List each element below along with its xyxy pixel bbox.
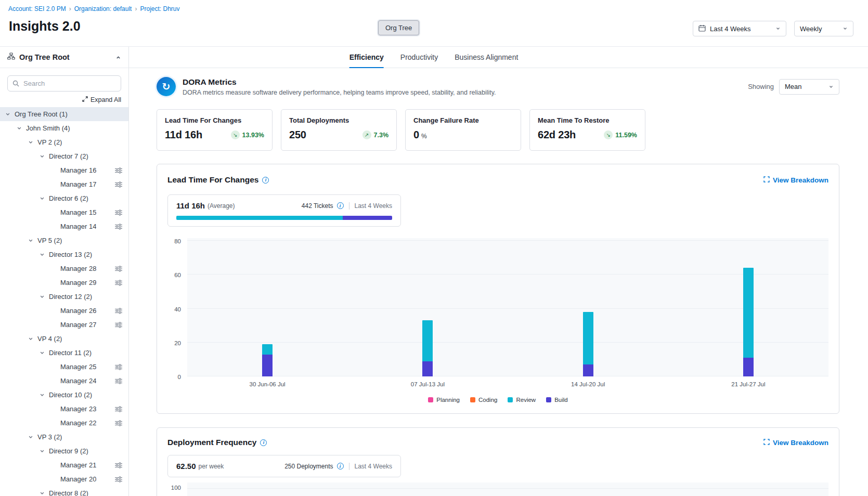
filters-icon[interactable] (111, 476, 122, 482)
chevron-down-icon[interactable] (17, 126, 26, 131)
bar-segment-build[interactable] (262, 355, 273, 376)
sidebar-search (7, 75, 121, 92)
filters-icon[interactable] (111, 266, 122, 272)
breadcrumb-link-0[interactable]: Account: SEI 2.0 PM (8, 5, 66, 12)
trend-down-icon: ↘ (604, 130, 613, 139)
chevron-down-icon[interactable] (28, 336, 37, 342)
stacked-bar-07-jul-13-jul[interactable] (422, 320, 433, 376)
tree-item-label: Manager 20 (60, 475, 96, 483)
tree-item-org-tree-root-1[interactable]: Org Tree Root (1) (0, 107, 128, 121)
granularity-select[interactable]: Weekly (794, 21, 853, 36)
tree-item-director-10-2[interactable]: Director 10 (2) (0, 388, 128, 402)
tree-item-manager-22[interactable]: Manager 22 (0, 416, 128, 430)
search-input[interactable] (7, 75, 121, 92)
bar-segment-build[interactable] (583, 364, 593, 376)
tree-item-vp-3-2[interactable]: VP 3 (2) (0, 430, 128, 444)
chevron-down-icon[interactable] (28, 140, 37, 145)
filters-icon[interactable] (111, 224, 122, 230)
tree-item-manager-20[interactable]: Manager 20 (0, 472, 128, 486)
filters-icon[interactable] (111, 364, 122, 370)
tree-item-vp-4-2[interactable]: VP 4 (2) (0, 332, 128, 346)
tab-productivity[interactable]: Productivity (400, 47, 438, 68)
tree-item-director-13-2[interactable]: Director 13 (2) (0, 247, 128, 262)
showing-select[interactable]: Mean (779, 79, 839, 95)
tree-item-manager-29[interactable]: Manager 29 (0, 276, 128, 290)
tree-item-manager-17[interactable]: Manager 17 (0, 177, 128, 191)
tree-item-manager-28[interactable]: Manager 28 (0, 262, 128, 276)
chevron-down-icon[interactable] (40, 196, 49, 201)
tree-item-director-8-2[interactable]: Director 8 (2) (0, 486, 128, 496)
tree-item-john-smith-4[interactable]: John Smith (4) (0, 121, 128, 135)
info-icon[interactable] (262, 177, 269, 184)
filters-icon[interactable] (111, 308, 122, 314)
y-tick-label: 40 (174, 306, 181, 312)
chevron-down-icon[interactable] (40, 294, 49, 299)
breadcrumb-link-1[interactable]: Organization: default (74, 5, 132, 12)
stacked-bar-14-jul-20-jul[interactable] (583, 312, 593, 376)
date-range-select[interactable]: Last 4 Weeks (693, 21, 786, 36)
info-icon[interactable] (337, 463, 344, 469)
tree-item-manager-25[interactable]: Manager 25 (0, 360, 128, 374)
chevron-down-icon[interactable] (40, 154, 49, 159)
tree-item-manager-16[interactable]: Manager 16 (0, 163, 128, 177)
filters-icon[interactable] (111, 420, 122, 426)
tree-item-director-9-2[interactable]: Director 9 (2) (0, 444, 128, 458)
chevron-down-icon[interactable] (40, 393, 49, 398)
tree-item-manager-15[interactable]: Manager 15 (0, 205, 128, 219)
legend-item-build[interactable]: Build (546, 397, 568, 403)
tree-item-label: Manager 25 (60, 363, 96, 371)
info-icon[interactable] (260, 439, 267, 446)
bar-segment-review[interactable] (583, 312, 593, 364)
tree-item-manager-14[interactable]: Manager 14 (0, 219, 128, 233)
tree-item-director-7-2[interactable]: Director 7 (2) (0, 149, 128, 163)
view-breakdown-link[interactable]: View Breakdown (763, 176, 828, 184)
tree-item-label: Director 13 (2) (49, 251, 92, 258)
filters-icon[interactable] (111, 322, 122, 328)
filters-icon[interactable] (111, 406, 122, 412)
tree-item-manager-27[interactable]: Manager 27 (0, 318, 128, 332)
tree-item-director-12-2[interactable]: Director 12 (2) (0, 290, 128, 304)
legend-item-planning[interactable]: Planning (428, 397, 460, 403)
bar-segment-build[interactable] (422, 361, 433, 376)
tree-item-vp-5-2[interactable]: VP 5 (2) (0, 233, 128, 247)
breadcrumb-link-2[interactable]: Project: Dhruv (140, 5, 179, 12)
collapse-panel-icon[interactable] (115, 55, 121, 60)
legend-item-coding[interactable]: Coding (470, 397, 497, 403)
stacked-bar-21-jul-27-jul[interactable] (743, 268, 754, 376)
tree-item-manager-24[interactable]: Manager 24 (0, 374, 128, 388)
tree-item-manager-26[interactable]: Manager 26 (0, 304, 128, 318)
showing-label: Showing (748, 83, 774, 90)
info-icon[interactable] (337, 202, 344, 209)
legend-item-review[interactable]: Review (508, 397, 536, 403)
app-root: Account: SEI 2.0 PM›Organization: defaul… (0, 0, 868, 496)
tab-efficiency[interactable]: Efficiency (349, 47, 384, 68)
view-breakdown-link[interactable]: View Breakdown (763, 439, 828, 447)
chevron-down-icon[interactable] (40, 252, 49, 257)
bar-segment-review[interactable] (422, 320, 433, 361)
tree-item-manager-21[interactable]: Manager 21 (0, 458, 128, 472)
tree-item-manager-23[interactable]: Manager 23 (0, 402, 128, 416)
filters-icon[interactable] (111, 378, 122, 384)
tree-item-vp-2-2[interactable]: VP 2 (2) (0, 135, 128, 149)
filters-icon[interactable] (111, 280, 122, 286)
chevron-down-icon[interactable] (40, 491, 49, 496)
tree-item-director-11-2[interactable]: Director 11 (2) (0, 346, 128, 360)
tree-item-director-6-2[interactable]: Director 6 (2) (0, 191, 128, 205)
chevron-down-icon[interactable] (40, 350, 49, 356)
org-tree-button[interactable]: Org Tree (378, 20, 419, 35)
chevron-down-icon[interactable] (28, 435, 37, 440)
chevron-down-icon[interactable] (5, 112, 15, 117)
bar-segment-review[interactable] (743, 268, 754, 358)
expand-all-button[interactable]: Expand All (82, 96, 121, 103)
chevron-down-icon[interactable] (40, 449, 49, 454)
chevron-down-icon[interactable] (28, 238, 37, 243)
bar-segment-review[interactable] (262, 344, 273, 355)
filters-icon[interactable] (111, 167, 122, 174)
stacked-bar-30-jun-06-jul[interactable] (262, 344, 273, 376)
filters-icon[interactable] (111, 462, 122, 468)
filters-icon[interactable] (111, 210, 122, 216)
y-tick-label: 60 (174, 272, 181, 278)
filters-icon[interactable] (111, 181, 122, 188)
bar-segment-build[interactable] (743, 358, 754, 376)
tab-business-alignment[interactable]: Business Alignment (455, 47, 518, 68)
